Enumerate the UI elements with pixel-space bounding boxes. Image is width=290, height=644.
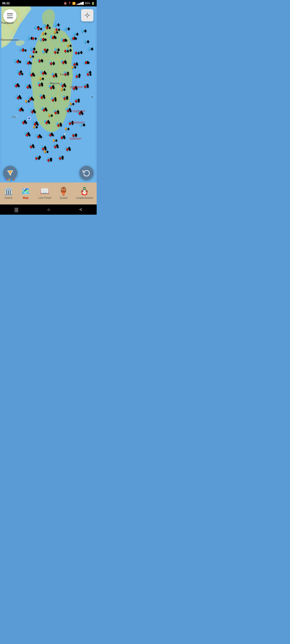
nav-map-label: Map xyxy=(23,196,29,199)
battery-icon: 🔋 xyxy=(91,2,95,5)
back-button[interactable]: < xyxy=(74,205,88,215)
clan-marker xyxy=(71,122,85,122)
map-area[interactable]: ♦ ♦ ♦ ♦ ♦ ♦ ♦ ♦ ♦ ♦ ♦ ♦ ♦ ♦ ♦ ♦ ♦ ♦ ♦ ♦ … xyxy=(0,6,97,182)
filter-icon xyxy=(7,169,14,176)
nav-leaderboard[interactable]: 🪆 Leaderboard xyxy=(74,186,95,200)
nav-quest-label: Quest xyxy=(60,196,67,199)
leaderboard-icon: 🪆 xyxy=(80,188,89,195)
battery-text: 65% xyxy=(85,2,90,5)
map-icon: 🗺️ xyxy=(21,188,30,195)
map-label-mapura: Mapura xyxy=(50,82,60,85)
google-logo: Google xyxy=(4,178,15,181)
menu-icon xyxy=(7,13,13,18)
status-icons: 🔇 📍 📶 ▂▄▆█ 65% 🔋 xyxy=(64,2,95,5)
clan-marker xyxy=(73,112,84,112)
system-nav: ||| ○ < xyxy=(0,204,97,215)
clan-marker xyxy=(73,111,85,111)
livefeed-icon: 📖 xyxy=(40,188,49,195)
status-time: 08:22 xyxy=(2,2,10,5)
clan-marker xyxy=(70,86,83,87)
recent-apps-button[interactable]: ||| xyxy=(9,205,24,215)
svg-point-5 xyxy=(64,133,66,135)
clan-marker xyxy=(70,87,82,88)
nav-livefeed-label: Live Feed xyxy=(38,196,51,199)
mute-icon: 🔇 xyxy=(64,2,67,5)
bottom-nav: 🏛️ Home 🗺️ Map 📖 Live Feed 🏺 Quest 🪆 Lea… xyxy=(0,182,97,204)
location-icon: 📍 xyxy=(68,2,71,5)
locate-button[interactable] xyxy=(81,9,93,21)
refresh-icon xyxy=(83,169,90,177)
map-label-trincomalee: Trin ee xyxy=(60,73,69,76)
menu-button[interactable] xyxy=(3,9,17,23)
nav-home[interactable]: 🏛️ Home xyxy=(2,186,15,200)
nav-home-label: Home xyxy=(5,196,12,199)
crosshair-icon xyxy=(84,12,90,19)
nav-leaderboard-label: Leaderboard xyxy=(76,196,93,199)
clan-marker xyxy=(70,139,81,140)
home-button[interactable]: ○ xyxy=(42,205,56,215)
map-label-rameswaram: Rameswaram xyxy=(1,38,19,41)
svg-point-6 xyxy=(86,14,88,16)
wifi-icon: 📶 xyxy=(72,2,75,5)
map-label-a: a xyxy=(91,95,93,98)
status-bar: 08:22 🔇 📍 📶 ▂▄▆█ 65% 🔋 xyxy=(0,0,97,6)
nav-map[interactable]: 🗺️ Map xyxy=(19,186,32,200)
clan-marker xyxy=(69,138,82,138)
quest-icon: 🏺 xyxy=(59,188,68,195)
home-icon: 🏛️ xyxy=(4,188,13,195)
clan-marker xyxy=(72,123,84,123)
signal-icon: ▂▄▆█ xyxy=(77,2,84,5)
nav-quest[interactable]: 🏺 Quest xyxy=(57,186,70,200)
map-label-co: Co... xyxy=(12,115,18,118)
nav-livefeed[interactable]: 📖 Live Feed xyxy=(36,186,53,200)
refresh-button[interactable] xyxy=(79,166,93,180)
